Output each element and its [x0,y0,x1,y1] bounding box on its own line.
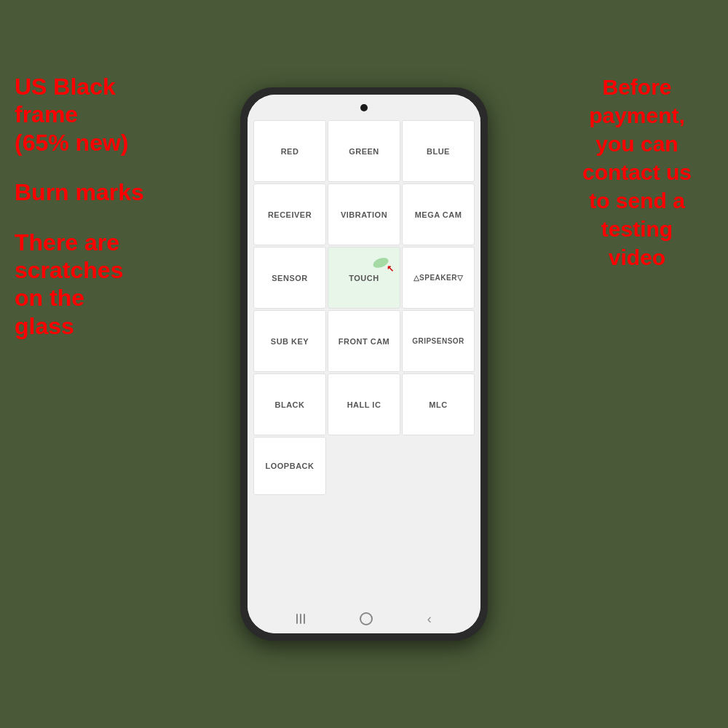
home-button[interactable] [360,612,373,625]
phone-shell: RED GREEN BLUE RECEIVER VIBRATION [240,87,488,641]
cell-blue[interactable]: BLUE [402,120,475,182]
grid-row-2: RECEIVER VIBRATION MEGA CAM [253,183,475,245]
cell-receiver[interactable]: RECEIVER [253,183,326,245]
front-camera-dot [360,104,368,111]
cell-sensor[interactable]: SENSOR [253,247,326,309]
burn-marks-label: Burn marks [15,178,175,206]
cell-hall-ic[interactable]: HALL IC [328,373,400,435]
cell-vibration[interactable]: VIBRATION [328,183,400,245]
test-grid: RED GREEN BLUE RECEIVER VIBRATION [248,120,480,604]
grid-row-5: BLACK HALL IC MLC [253,373,475,435]
cell-speaker[interactable]: △SPEAKER▽ [402,247,475,309]
cell-empty-2 [402,437,475,495]
cell-mega-cam[interactable]: MEGA CAM [402,183,475,245]
touch-cell-inner: ↖ TOUCH [328,248,400,308]
cell-loopback[interactable]: LOOPBACK [253,437,326,495]
left-annotations: US Black frame (65% new) Burn marks Ther… [15,73,175,362]
red-arrow-icon: ↖ [387,264,395,274]
top-bezel [248,95,480,120]
recent-apps-icon [296,614,305,624]
right-annotation: Before payment, you can contact us to se… [557,73,717,272]
cell-empty-1 [328,437,400,495]
grid-row-4: SUB KEY FRONT CAM GRIPSENSOR [253,310,475,372]
home-icon [360,612,373,625]
grid-row-1: RED GREEN BLUE [253,120,475,182]
scratches-label: There are scratches on the glass [15,229,175,341]
cell-black[interactable]: BLACK [253,373,326,435]
cell-sub-key[interactable]: SUB KEY [253,310,326,372]
back-button[interactable]: ‹ [427,612,432,627]
cell-mlc[interactable]: MLC [402,373,475,435]
cell-touch[interactable]: ↖ TOUCH [328,247,400,309]
cell-red[interactable]: RED [253,120,326,182]
grid-row-6: LOOPBACK [253,437,475,495]
bottom-nav-bar: ‹ [248,604,480,633]
grid-row-3: SENSOR ↖ TOUCH △SPEAKER▽ [253,247,475,309]
frame-info: US Black frame (65% new) [15,73,175,157]
cell-gripsensor[interactable]: GRIPSENSOR [402,310,475,372]
recent-apps-button[interactable] [296,614,305,624]
phone-device: RED GREEN BLUE RECEIVER VIBRATION [240,87,488,641]
phone-screen: RED GREEN BLUE RECEIVER VIBRATION [248,95,480,633]
cell-green[interactable]: GREEN [328,120,400,182]
cell-front-cam[interactable]: FRONT CAM [328,310,400,372]
back-icon: ‹ [427,612,432,627]
